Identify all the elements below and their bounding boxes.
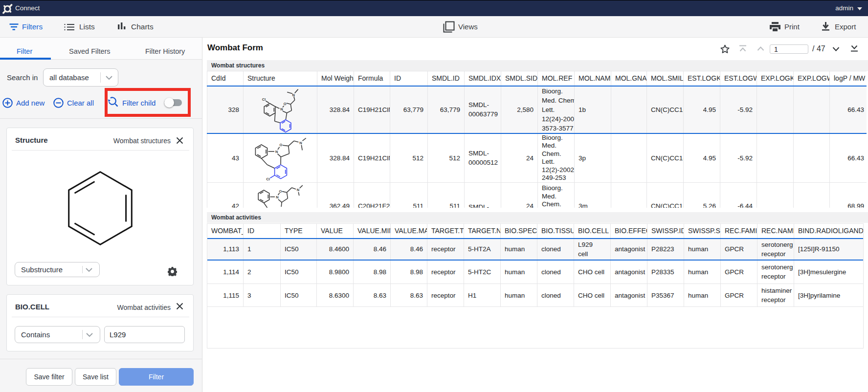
svg-text:N: N [280, 107, 283, 111]
svg-text:O: O [284, 102, 287, 106]
svg-text:N: N [299, 141, 302, 145]
svg-text:N: N [292, 92, 294, 97]
svg-text:Cl: Cl [266, 177, 270, 181]
svg-text:N: N [276, 195, 278, 199]
svg-text:O: O [279, 143, 282, 147]
svg-text:O: O [279, 189, 282, 194]
svg-text:N: N [297, 188, 299, 192]
svg-text:Cl: Cl [262, 97, 266, 102]
svg-text:N: N [275, 150, 278, 154]
